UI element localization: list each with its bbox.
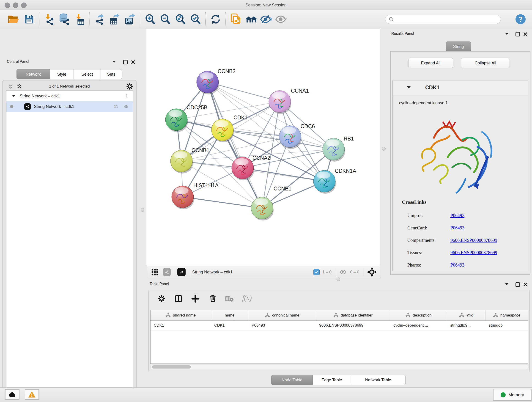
network-node-CCNE1[interactable]: CCNE1 — [251, 186, 291, 220]
home-panel-button[interactable] — [243, 12, 259, 26]
tab-node-table[interactable]: Node Table — [271, 375, 313, 385]
tab-network[interactable]: Network — [17, 69, 50, 79]
add-column-icon[interactable] — [191, 294, 200, 303]
node-label-HIST1H1A: HIST1H1A — [193, 182, 219, 188]
collection-expand-icon[interactable] — [12, 95, 15, 97]
tab-sets[interactable]: Sets — [101, 69, 122, 79]
table-panel-float-icon[interactable] — [515, 282, 520, 287]
column-header-shared-name[interactable]: shared name — [151, 310, 211, 320]
table-options-gear-icon[interactable] — [158, 295, 165, 302]
network-edge-HIST1H1A-CCNE1[interactable] — [183, 197, 262, 208]
selected-nodes-checkbox[interactable] — [313, 269, 320, 275]
node-section-header[interactable]: CDK1 — [393, 80, 528, 96]
export-network-button[interactable] — [92, 12, 107, 26]
network-canvas[interactable]: CCNB2CCNA1CDC25BCDK1CDC6RB1CCNB1CCNA2CDK… — [146, 29, 380, 266]
table-row[interactable]: CDK1CDK1P064939606.ENSP00000378699cyclin… — [151, 321, 528, 331]
delete-column-trash-icon[interactable] — [209, 294, 217, 302]
crosslink-link[interactable]: P06493 — [450, 225, 464, 230]
column-header-description[interactable]: description — [390, 310, 447, 320]
import-network-database-button[interactable] — [57, 12, 72, 26]
hidden-elements-eye-slash-icon[interactable] — [340, 269, 347, 275]
pan-mode-icon[interactable] — [367, 267, 377, 277]
tab-select[interactable]: Select — [74, 69, 101, 79]
memory-status-button[interactable]: Memory — [493, 389, 532, 401]
import-network-file-button[interactable] — [42, 12, 57, 26]
apply-layout-button[interactable] — [208, 12, 223, 26]
left-splitter-handle[interactable] — [141, 208, 144, 212]
network-edge-CCNA1-CDC25B[interactable] — [177, 102, 280, 120]
node-label-RB1: RB1 — [344, 136, 354, 142]
tab-string[interactable]: String — [446, 41, 471, 51]
export-image-button[interactable] — [122, 12, 138, 26]
detach-view-icon[interactable] — [177, 268, 186, 276]
network-node-CCNA1[interactable]: CCNA1 — [269, 88, 309, 114]
network-collection-row[interactable]: String Network – cdk1 1 — [6, 91, 133, 101]
export-image-icon — [124, 13, 136, 25]
clone-network-button[interactable] — [228, 12, 243, 26]
zoom-selected-button[interactable] — [188, 12, 203, 26]
tab-style[interactable]: Style — [50, 69, 74, 79]
hide-annotations-button[interactable] — [259, 12, 273, 26]
network-options-gear-icon[interactable] — [126, 83, 133, 90]
cloud-status-button[interactable] — [5, 389, 19, 400]
control-panel-close-icon[interactable] — [131, 60, 135, 64]
help-button[interactable]: ? — [515, 14, 526, 25]
scrollbar-thumb[interactable] — [152, 365, 191, 369]
search-input[interactable] — [394, 17, 494, 22]
crosslink-link[interactable]: P06493 — [450, 213, 464, 218]
results-panel-float-icon[interactable] — [515, 32, 520, 36]
network-node-CDC25B[interactable]: CDC25B — [165, 104, 207, 132]
table-panel-close-icon[interactable] — [523, 282, 527, 287]
results-panel-close-icon[interactable] — [523, 32, 527, 36]
collapse-all-button[interactable]: Collapse All — [461, 58, 510, 68]
zoom-fit-button[interactable] — [173, 12, 188, 26]
crosslink-link[interactable]: 9606.ENSP00000378699 — [450, 250, 497, 255]
right-splitter-handle[interactable] — [382, 147, 386, 151]
column-tree-icon — [166, 313, 171, 318]
control-panel-menu-icon[interactable] — [112, 61, 116, 63]
open-session-button[interactable] — [6, 12, 22, 26]
network-node-CCNB2[interactable]: CCNB2 — [196, 68, 235, 95]
table-panel-menu-icon[interactable] — [505, 283, 509, 285]
node-label-CCNE1: CCNE1 — [273, 186, 291, 191]
node-section-collapse-icon[interactable] — [407, 86, 411, 89]
zoom-out-button[interactable] — [158, 12, 173, 26]
network-node-CDKN1A[interactable]: CDKN1A — [313, 168, 356, 194]
network-node-CCNB1[interactable]: CCNB1 — [171, 147, 209, 173]
column-header-canonical-name[interactable]: canonical name — [248, 310, 316, 320]
column-tree-icon — [493, 313, 498, 318]
column-header-name[interactable]: name — [211, 310, 248, 320]
network-node-RB1[interactable]: RB1 — [323, 136, 354, 162]
node-gene-name: CDK1 — [425, 85, 440, 91]
network-node-CCNA2[interactable]: CCNA2 — [232, 155, 270, 180]
network-edge-CDK1-RB1[interactable] — [222, 130, 334, 149]
crosslink-link[interactable]: 9606.ENSP00000378699 — [450, 238, 497, 243]
expand-all-button[interactable]: Expand All — [408, 58, 453, 68]
control-panel-float-icon[interactable] — [123, 60, 128, 64]
show-columns-icon[interactable] — [174, 294, 183, 303]
import-table-file-button[interactable] — [72, 12, 87, 26]
warnings-button[interactable] — [25, 389, 39, 400]
network-node-CDK1[interactable]: CDK1 — [211, 115, 248, 142]
column-header-database-identifier[interactable]: database identifier — [316, 310, 390, 320]
export-table-button[interactable] — [107, 12, 122, 26]
tab-edge-table[interactable]: Edge Table — [313, 375, 351, 385]
network-edge-CCNB2-CCNE1[interactable] — [208, 82, 262, 208]
results-panel-menu-icon[interactable] — [505, 33, 509, 35]
column-header-namespace[interactable]: namespace — [486, 310, 528, 320]
tab-network-table[interactable]: Network Table — [351, 375, 405, 385]
table-horizontal-scrollbar[interactable] — [150, 365, 528, 369]
show-annotations-button[interactable] — [273, 12, 289, 26]
crosslink-link[interactable]: P06493 — [450, 262, 464, 268]
network-graph[interactable]: CCNB2CCNA1CDC25BCDK1CDC6RB1CCNB1CCNA2CDK… — [146, 29, 380, 266]
table-cell: stringdb — [486, 321, 528, 330]
network-row-selected[interactable]: String Network – cdk1 11 48 — [6, 101, 133, 112]
node-table: shared namenamecanonical namedatabase id… — [150, 310, 528, 364]
zoom-in-button[interactable] — [143, 12, 158, 26]
column-header-id[interactable]: @id — [447, 310, 486, 320]
network-view-type-icon[interactable] — [163, 268, 171, 276]
network-node-HIST1H1A[interactable]: HIST1H1A — [172, 182, 219, 209]
grid-view-icon[interactable] — [151, 268, 159, 276]
svg-text:?: ? — [518, 15, 523, 23]
save-session-button[interactable] — [22, 12, 37, 26]
